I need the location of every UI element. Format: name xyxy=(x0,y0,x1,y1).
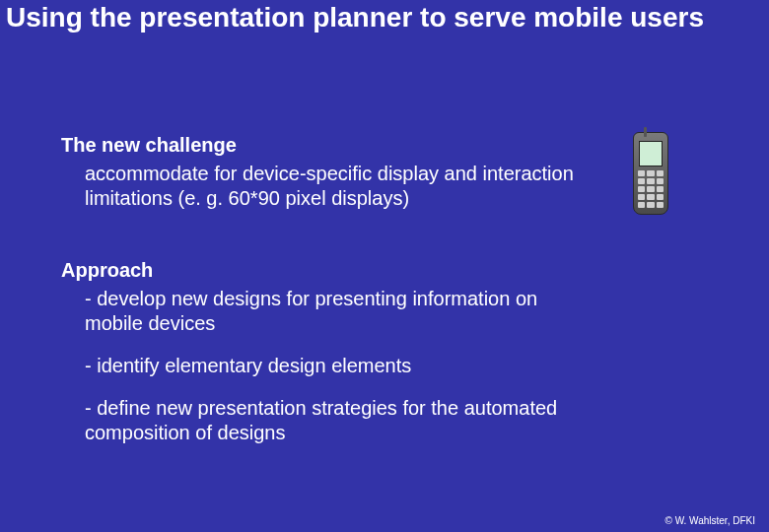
slide-title: Using the presentation planner to serve … xyxy=(6,2,749,33)
challenge-heading: The new challenge xyxy=(61,133,730,158)
approach-heading: Approach xyxy=(61,258,730,283)
slide-body: The new challenge accommodate for device… xyxy=(61,133,730,463)
approach-bullet: - identify elementary design elements xyxy=(85,354,597,378)
challenge-text: accommodate for device-specific display … xyxy=(85,162,597,211)
approach-block: Approach - develop new designs for prese… xyxy=(61,258,730,445)
slide-footer: © W. Wahlster, DFKI xyxy=(665,515,755,526)
approach-bullet: - define new presentation strategies for… xyxy=(85,396,597,445)
slide: Using the presentation planner to serve … xyxy=(0,0,769,532)
approach-bullet: - develop new designs for presenting inf… xyxy=(85,287,597,336)
